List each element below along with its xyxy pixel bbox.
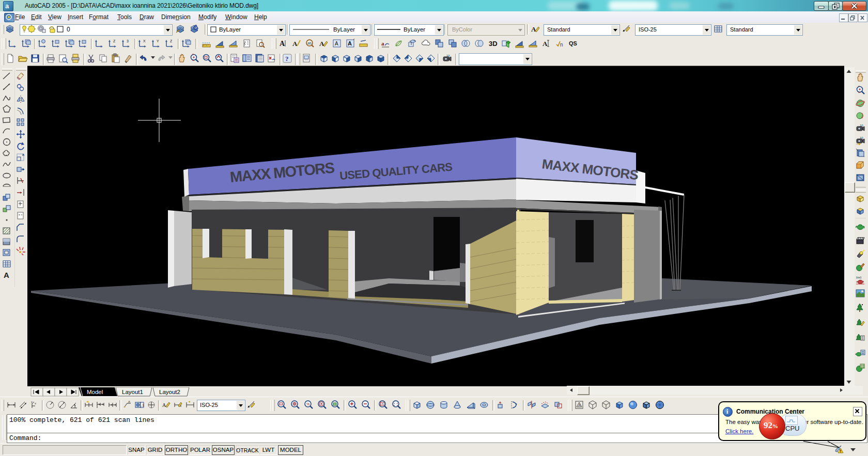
svg-text:A: A (292, 40, 298, 48)
svg-text:A: A (348, 40, 352, 46)
svg-text:A: A (280, 40, 285, 48)
svg-text:Layout1: Layout1 (122, 389, 143, 395)
svg-text:Y: Y (157, 39, 159, 43)
svg-text:A: A (4, 271, 9, 279)
svg-text:ByLayer: ByLayer (404, 26, 425, 33)
svg-text:10: 10 (446, 54, 450, 57)
svg-text:!: ! (840, 449, 841, 453)
svg-text:X: X (143, 39, 146, 43)
svg-text:x: x (35, 402, 36, 405)
svg-text:A: A (542, 40, 548, 48)
svg-text:0: 0 (67, 26, 70, 33)
svg-text:Z: Z (170, 39, 173, 43)
svg-text:10: 10 (860, 136, 863, 139)
svg-text:Model: Model (87, 389, 103, 395)
svg-text:A: A (128, 400, 130, 403)
svg-text:a: a (381, 40, 384, 46)
svg-text:ab: ab (307, 41, 312, 45)
svg-text:y: y (31, 400, 33, 403)
svg-text:(uv): (uv) (856, 276, 861, 279)
svg-text:ByLayer: ByLayer (333, 26, 355, 33)
svg-text:a: a (5, 2, 9, 10)
svg-text:ByLayer: ByLayer (219, 26, 241, 33)
svg-text:A: A (531, 25, 536, 33)
svg-text:n: n (560, 42, 563, 48)
svg-text:?: ? (285, 55, 289, 62)
svg-text:A: A (162, 402, 166, 408)
svg-text:QS: QS (569, 40, 577, 46)
svg-text:3: 3 (127, 39, 129, 43)
svg-text:.1: .1 (141, 403, 144, 407)
svg-text:A: A (319, 40, 324, 48)
svg-text:Layout2: Layout2 (159, 389, 180, 395)
svg-text:Z: Z (113, 39, 116, 43)
svg-text:A: A (335, 41, 338, 46)
svg-text:10: 10 (860, 124, 863, 127)
svg-text:3D: 3D (489, 40, 498, 48)
svg-text:%: % (306, 402, 309, 406)
svg-text:A: A (578, 403, 581, 407)
